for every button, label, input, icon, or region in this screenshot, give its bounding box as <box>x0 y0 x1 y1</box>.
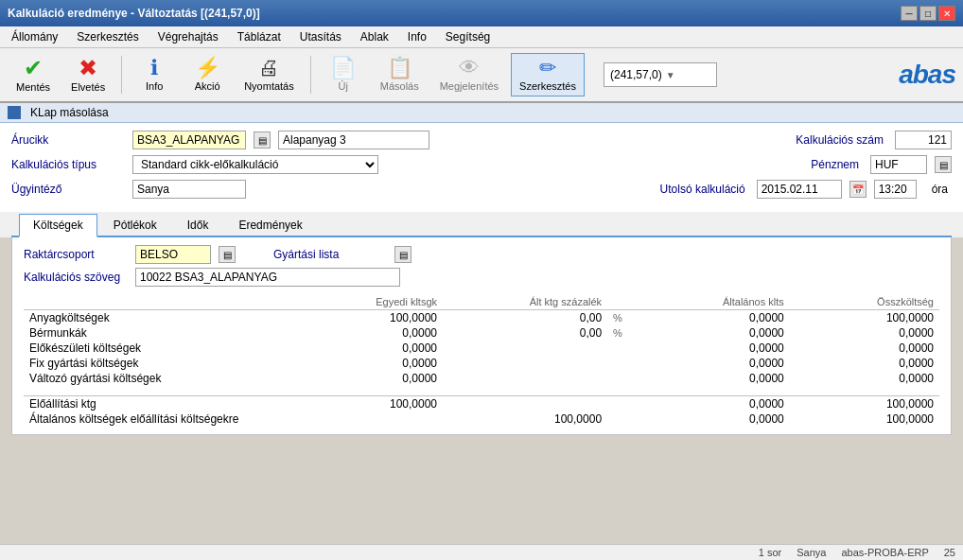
table-row: Bérmunkák0,00000,00%0,00000,0000 <box>24 325 939 341</box>
table-row: Változó gyártási költségek0,00000,00000,… <box>24 371 939 386</box>
masolas-button[interactable]: 📋 Másolás <box>372 53 428 96</box>
elvetes-icon: ✖ <box>79 57 97 79</box>
menu-info[interactable]: Info <box>400 28 434 45</box>
cost-row-egyedi: 0,0000 <box>293 341 443 356</box>
szerkesztes-icon: ✏ <box>539 58 556 79</box>
col-header-label <box>24 294 293 310</box>
raktarcsoport-lookup-button[interactable]: ▤ <box>219 246 236 263</box>
menu-bar: Állomány Szerkesztés Végrehajtás Tábláza… <box>0 26 963 48</box>
utolso-kalkuacio-label: Utolsó kalkuláció <box>622 183 745 196</box>
penznem-input[interactable] <box>870 155 927 174</box>
mentes-label: Mentés <box>16 81 50 93</box>
cost-row-alt-klts: 0,0000 <box>640 310 790 326</box>
form-area: Árucikk ▤ Kalkulációs szám Kalkulációs t… <box>0 123 963 212</box>
arucikk-input[interactable] <box>132 131 246 149</box>
ugyintező-label: Ügyintéző <box>11 183 125 196</box>
form-row-ugyintező: Ügyintéző Utolsó kalkuláció 📅 óra <box>11 180 952 199</box>
utolso-kalkuacio-calendar-button[interactable]: 📅 <box>849 181 867 198</box>
col-header-egyedi: Egyedi kltsgk <box>293 294 443 310</box>
cost-row-alt-szazalek <box>443 341 607 356</box>
cost-row-unit: % <box>607 325 639 341</box>
close-button[interactable]: ✕ <box>938 6 955 21</box>
info-button[interactable]: ℹ Info <box>130 53 179 96</box>
coordinate-dropdown[interactable]: (241,57,0) ▼ <box>604 62 717 87</box>
cost-row-ossz: 100,0000 <box>790 310 939 326</box>
szerkesztes-button[interactable]: ✏ Szerkesztés <box>511 53 585 96</box>
kalktype-select[interactable]: Standard cikk-előkalkuláció <box>132 155 378 174</box>
mentes-button[interactable]: ✔ Mentés <box>8 52 59 97</box>
menu-utasitas[interactable]: Utasítás <box>292 28 349 45</box>
arucikk-name-input[interactable] <box>278 131 429 149</box>
arucikk-lookup-button[interactable]: ▤ <box>254 131 271 149</box>
utolso-kalkuacio-time-input[interactable] <box>874 180 917 199</box>
gyartasi-lista-lookup-button[interactable]: ▤ <box>394 246 411 263</box>
nyomtatas-label: Nyomtatás <box>244 80 294 92</box>
cost-row-label: Bérmunkák <box>24 325 293 341</box>
kalk-szoveg-row: Kalkulációs szöveg <box>24 268 939 287</box>
cost-row-alt-szazalek: 0,00 <box>443 325 607 341</box>
cost-row-egyedi: 100,0000 <box>293 395 443 411</box>
kalk-szoveg-input[interactable] <box>135 268 400 287</box>
uj-icon: 📄 <box>330 58 356 79</box>
tab-idok[interactable]: Idők <box>173 214 223 237</box>
menu-szerkesztes[interactable]: Szerkesztés <box>69 28 146 45</box>
megjelentes-button[interactable]: 👁 Megjelenítés <box>431 53 507 96</box>
table-row: Anyagköltségek100,00000,00%0,0000100,000… <box>24 310 939 326</box>
table-row: Fix gyártási költségek0,00000,00000,0000 <box>24 356 939 371</box>
tab-eredmenyek[interactable]: Eredmények <box>224 214 316 237</box>
section-label: KLap másolása <box>30 106 109 119</box>
cost-row-alt-szazalek <box>443 395 607 411</box>
utolso-kalkuacio-input[interactable] <box>757 180 842 199</box>
menu-segitseg[interactable]: Segítség <box>438 28 498 45</box>
cost-row-unit <box>607 341 639 356</box>
raktarcsoport-row: Raktárcsoport ▤ Gyártási lista ▤ <box>24 245 939 264</box>
kalkulacios-szam-input[interactable] <box>895 131 952 149</box>
cost-row-egyedi: 0,0000 <box>293 325 443 341</box>
info-label: Info <box>146 80 163 92</box>
arucikk-label: Árucikk <box>11 133 125 147</box>
col-header-alt-szazalek: Ált ktg százalék <box>443 294 607 310</box>
col-header-alt-klts: Általános klts <box>640 294 790 310</box>
cost-row-label: Előállítási ktg <box>24 395 293 411</box>
megjelentes-label: Megjelenítés <box>440 80 499 92</box>
table-row <box>24 386 939 395</box>
col-header-unit <box>607 294 639 310</box>
penznem-lookup-button[interactable]: ▤ <box>935 156 952 173</box>
akcio-button[interactable]: ⚡ Akció <box>183 53 232 96</box>
window-controls: ─ □ ✕ <box>901 6 955 21</box>
form-row-kalktype: Kalkulációs típus Standard cikk-előkalku… <box>11 155 952 174</box>
cost-row-unit: % <box>607 310 639 326</box>
tab-potlekok[interactable]: Pótlékok <box>99 214 171 237</box>
kalkulacios-szam-label: Kalkulációs szám <box>761 133 884 147</box>
cost-row-label: Fix gyártási költségek <box>24 356 293 371</box>
tabs-bar: Költségek Pótlékok Idők Eredmények <box>11 212 952 237</box>
maximize-button[interactable]: □ <box>919 6 937 21</box>
cost-row-egyedi: 0,0000 <box>293 356 443 371</box>
masolas-icon: 📋 <box>387 58 412 79</box>
tabs-container: Költségek Pótlékok Idők Eredmények <box>0 212 963 237</box>
cost-row-alt-klts: 0,0000 <box>640 325 790 341</box>
toolbar: ✔ Mentés ✖ Elvetés ℹ Info ⚡ Akció 🖨 Nyom… <box>0 48 963 103</box>
table-row: Előállítási ktg100,00000,0000100,0000 <box>24 395 939 411</box>
menu-allomany[interactable]: Állomány <box>4 28 65 45</box>
cost-row-egyedi <box>293 411 443 427</box>
menu-ablak[interactable]: Ablak <box>353 28 396 45</box>
menu-tablazat[interactable]: Táblázat <box>230 28 289 45</box>
szerkesztes-label: Szerkesztés <box>519 80 576 92</box>
nyomtatas-icon: 🖨 <box>258 58 279 79</box>
uj-button[interactable]: 📄 Új <box>319 53 368 96</box>
tab-content: Raktárcsoport ▤ Gyártási lista ▤ Kalkulá… <box>11 237 952 435</box>
akcio-label: Akció <box>195 80 220 92</box>
cost-row-unit <box>607 411 639 427</box>
cost-row-egyedi: 100,0000 <box>293 310 443 326</box>
cost-row-alt-klts: 0,0000 <box>640 411 790 427</box>
cost-row-ossz: 0,0000 <box>790 371 939 386</box>
ugyintező-input[interactable] <box>132 180 246 199</box>
nyomtatas-button[interactable]: 🖨 Nyomtatás <box>236 53 303 96</box>
minimize-button[interactable]: ─ <box>901 6 918 21</box>
elvetes-button[interactable]: ✖ Elvetés <box>62 52 114 97</box>
penznem-label: Pénznem <box>736 158 859 171</box>
tab-koltségek[interactable]: Költségek <box>19 214 97 237</box>
raktarcsoport-input[interactable] <box>135 245 211 264</box>
menu-vegrehajtás[interactable]: Végrehajtás <box>150 28 226 45</box>
